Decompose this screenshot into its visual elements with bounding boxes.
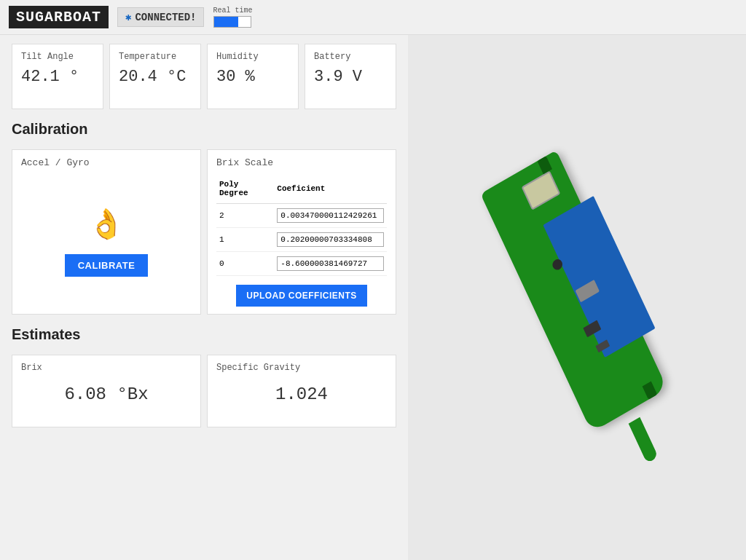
table-row: 1 (216, 228, 387, 252)
ok-status-emoji: 👌 (88, 207, 125, 242)
specific-gravity-label: Specific Gravity (216, 363, 387, 373)
brix-estimate-value: 6.08 °Bx (21, 384, 192, 404)
specific-gravity-card: Specific Gravity 1.024 (207, 355, 396, 427)
pcb-latch-bottom (643, 381, 658, 399)
coeff-value-cell (274, 228, 387, 252)
accel-gyro-card: Accel / Gyro 👌 CALIBRATE (12, 149, 201, 315)
col-poly-degree: Poly Degree (216, 177, 274, 204)
calibration-row: Accel / Gyro 👌 CALIBRATE Brix Scale Poly… (12, 149, 396, 315)
accel-content: 👌 CALIBRATE (21, 177, 192, 307)
brix-estimate-label: Brix (21, 363, 192, 373)
coeff-value-cell (274, 252, 387, 276)
calibrate-button[interactable]: CALIBRATE (65, 254, 149, 277)
pcb-wifi-module (522, 170, 561, 210)
realtime-indicator: Real time (213, 7, 252, 28)
logo: SUGARBOAT (9, 6, 109, 28)
upload-coefficients-button[interactable]: UPLOAD COEFFICIENTS (236, 285, 367, 307)
poly-degree-cell: 2 (216, 204, 274, 228)
realtime-empty (238, 17, 251, 27)
temperature-value: 20.4 °C (119, 68, 192, 86)
tilt-angle-label: Tilt Angle (21, 52, 94, 62)
brix-scale-card: Brix Scale Poly Degree Coeficient 210 UP… (207, 149, 396, 315)
brix-estimate-card: Brix 6.08 °Bx (12, 355, 201, 427)
sensor-row: Tilt Angle 42.1 ° Temperature 20.4 °C Hu… (12, 44, 396, 109)
accel-gyro-label: Accel / Gyro (21, 157, 192, 168)
temperature-card: Temperature 20.4 °C (109, 44, 201, 109)
coeff-input-1[interactable] (277, 232, 384, 247)
coefficient-table: Poly Degree Coeficient 210 (216, 177, 387, 276)
connected-label: CONNECTED! (135, 12, 196, 23)
left-panel: Tilt Angle 42.1 ° Temperature 20.4 °C Hu… (0, 35, 408, 560)
pcb-probe (629, 417, 659, 463)
realtime-fill (214, 17, 238, 27)
coeff-input-0[interactable] (277, 208, 384, 223)
realtime-label: Real time (213, 7, 252, 15)
table-row: 0 (216, 252, 387, 276)
poly-degree-cell: 0 (216, 252, 274, 276)
humidity-card: Humidity 30 % (207, 44, 299, 109)
pcb-body (480, 150, 667, 433)
battery-label: Battery (314, 52, 387, 62)
estimates-title: Estimates (12, 326, 396, 343)
estimates-row: Brix 6.08 °Bx Specific Gravity 1.024 (12, 355, 396, 427)
tilt-angle-value: 42.1 ° (21, 68, 94, 86)
humidity-value: 30 % (216, 68, 289, 86)
humidity-label: Humidity (216, 52, 289, 62)
3d-view-panel (408, 35, 746, 560)
table-row: 2 (216, 204, 387, 228)
tilt-angle-card: Tilt Angle 42.1 ° (12, 44, 103, 109)
specific-gravity-value: 1.024 (216, 384, 387, 404)
col-coeficient: Coeficient (274, 177, 387, 204)
battery-card: Battery 3.9 V (305, 44, 396, 109)
coeff-input-2[interactable] (277, 256, 384, 271)
connected-badge: ✱ CONNECTED! (117, 7, 204, 27)
header: SUGARBOAT ✱ CONNECTED! Real time (0, 0, 746, 35)
temperature-label: Temperature (119, 52, 192, 62)
coeff-value-cell (274, 204, 387, 228)
main-layout: Tilt Angle 42.1 ° Temperature 20.4 °C Hu… (0, 35, 746, 560)
bluetooth-icon: ✱ (125, 11, 131, 23)
brix-scale-label: Brix Scale (216, 157, 387, 168)
calibration-title: Calibration (12, 121, 396, 138)
realtime-bar (213, 16, 251, 28)
pcb-3d-model (455, 135, 699, 460)
battery-value: 3.9 V (314, 68, 387, 86)
poly-degree-cell: 1 (216, 228, 274, 252)
pcb-blue-strip (543, 195, 655, 357)
